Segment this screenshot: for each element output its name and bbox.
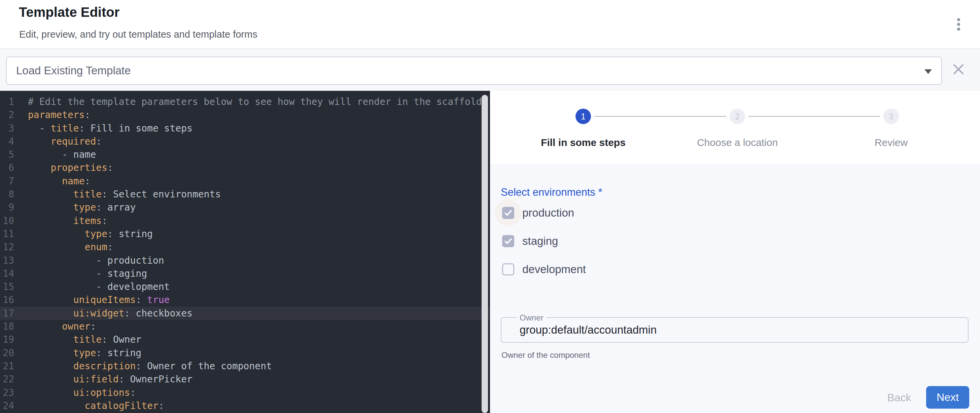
line-number: 21 — [0, 359, 14, 373]
editor-line[interactable]: 23 ui:options: — [0, 386, 490, 399]
editor-line[interactable]: 21 description: Owner of the component — [0, 359, 490, 373]
checkbox-checked[interactable] — [502, 235, 514, 247]
editor-line[interactable]: 17 ui:widget: checkboxes — [0, 307, 490, 320]
editor-line[interactable]: 20 type: string — [0, 346, 490, 359]
environment-option-production[interactable]: production — [490, 199, 574, 226]
line-code: - name — [14, 148, 96, 161]
back-button[interactable]: Back — [876, 388, 923, 408]
owner-field[interactable]: Owner group:default/accountadmin — [501, 317, 969, 343]
line-number: 24 — [0, 399, 14, 412]
load-template-select[interactable]: Load Existing Template — [6, 57, 942, 85]
line-number: 4 — [0, 135, 14, 148]
line-code: ui:field: OwnerPicker — [14, 373, 192, 386]
editor-line[interactable]: 8 title: Select environments — [0, 187, 490, 201]
step-label: Review — [841, 137, 942, 148]
check-icon — [503, 208, 514, 218]
preview-panel: 1Fill in some steps2Choose a location3Re… — [490, 91, 980, 413]
line-code: enum: — [14, 240, 113, 254]
environments-label: Select environments * — [501, 186, 602, 199]
line-code: title: Owner — [14, 333, 142, 346]
line-number: 6 — [0, 161, 14, 174]
page-subtitle: Edit, preview, and try out templates and… — [19, 29, 258, 40]
editor-line[interactable]: 15 - development — [0, 280, 490, 293]
editor-lines: 1# Edit the template parameters below to… — [0, 91, 490, 412]
editor-line[interactable]: 3 - title: Fill in some steps — [0, 122, 490, 135]
environment-option-label[interactable]: staging — [522, 235, 558, 248]
stepper-step: 3Review — [841, 109, 942, 148]
stepper: 1Fill in some steps2Choose a location3Re… — [490, 91, 980, 164]
step-circle: 2 — [730, 109, 745, 124]
line-number: 15 — [0, 280, 14, 293]
line-code: ui:widget: checkboxes — [14, 307, 192, 320]
line-code: items: — [14, 214, 107, 227]
line-code: type: string — [14, 346, 142, 359]
line-number: 20 — [0, 346, 14, 359]
page-title: Template Editor — [19, 5, 119, 20]
line-code: properties: — [14, 161, 113, 174]
editor-line[interactable]: 19 title: Owner — [0, 333, 490, 346]
check-icon — [503, 236, 514, 246]
more-options-button[interactable] — [944, 10, 973, 38]
page-header: Template Editor Edit, preview, and try o… — [0, 0, 980, 49]
form-card: Select environments * productionstagingd… — [490, 164, 980, 413]
environment-option-label[interactable]: development — [522, 263, 586, 276]
editor-line[interactable]: 7 name: — [0, 175, 490, 187]
line-code: - development — [14, 280, 170, 293]
chevron-down-icon — [924, 69, 932, 74]
editor-line[interactable]: 1# Edit the template parameters below to… — [0, 95, 490, 108]
load-template-placeholder: Load Existing Template — [7, 64, 131, 77]
line-code: name: — [14, 175, 90, 187]
checkbox-checked[interactable] — [502, 207, 514, 219]
editor-line[interactable]: 22 ui:field: OwnerPicker — [0, 373, 490, 386]
checkbox-halo — [502, 235, 514, 247]
line-number: 12 — [0, 240, 14, 254]
code-editor[interactable]: 1# Edit the template parameters below to… — [0, 91, 490, 413]
line-number: 8 — [0, 187, 14, 201]
editor-line[interactable]: 5 - name — [0, 148, 490, 161]
owner-field-value: group:default/accountadmin — [520, 324, 657, 336]
editor-line[interactable]: 24 catalogFilter: — [0, 399, 490, 412]
editor-line[interactable]: 14 - staging — [0, 267, 490, 280]
more-vert-icon — [957, 18, 960, 30]
line-code: - title: Fill in some steps — [14, 122, 192, 135]
owner-field-label: Owner — [517, 313, 546, 322]
template-toolbar: Load Existing Template — [0, 50, 980, 91]
environment-option-development[interactable]: development — [490, 256, 586, 283]
editor-line[interactable]: 18 owner: — [0, 320, 490, 333]
close-button[interactable] — [948, 59, 969, 80]
line-code: - staging — [14, 267, 147, 280]
editor-line[interactable]: 2parameters: — [0, 108, 490, 121]
template-editor-page: Template Editor Edit, preview, and try o… — [0, 0, 980, 413]
line-number: 11 — [0, 227, 14, 240]
line-number: 7 — [0, 175, 14, 187]
editor-line[interactable]: 9 type: array — [0, 201, 490, 214]
line-number: 16 — [0, 293, 14, 307]
line-code: description: Owner of the component — [14, 359, 272, 373]
step-label: Choose a location — [687, 137, 788, 148]
line-number: 3 — [0, 122, 14, 135]
editor-line[interactable]: 12 enum: — [0, 240, 490, 254]
environment-option-label[interactable]: production — [522, 206, 574, 219]
editor-line[interactable]: 16 uniqueItems: true — [0, 293, 490, 307]
line-code: title: Select environments — [14, 187, 221, 201]
stepper-step: 1Fill in some steps — [533, 109, 634, 148]
checkbox-unchecked[interactable] — [502, 263, 514, 275]
step-label: Fill in some steps — [533, 137, 634, 148]
editor-line[interactable]: 13 - production — [0, 254, 490, 267]
editor-line[interactable]: 4 required: — [0, 135, 490, 148]
line-code: required: — [14, 135, 102, 148]
line-code: uniqueItems: true — [14, 293, 170, 307]
line-code: catalogFilter: — [14, 399, 164, 412]
line-number: 22 — [0, 373, 14, 386]
line-number: 14 — [0, 267, 14, 280]
editor-scrollbar-thumb[interactable] — [482, 95, 488, 413]
line-code: parameters: — [14, 108, 90, 121]
editor-line[interactable]: 10 items: — [0, 214, 490, 227]
editor-line[interactable]: 11 type: string — [0, 227, 490, 240]
editor-line[interactable]: 6 properties: — [0, 161, 490, 174]
line-code: # Edit the template parameters below to … — [14, 95, 482, 108]
environment-option-staging[interactable]: staging — [490, 228, 558, 254]
next-button[interactable]: Next — [926, 386, 969, 409]
line-code: type: string — [14, 227, 153, 240]
step-circle: 1 — [576, 109, 591, 124]
